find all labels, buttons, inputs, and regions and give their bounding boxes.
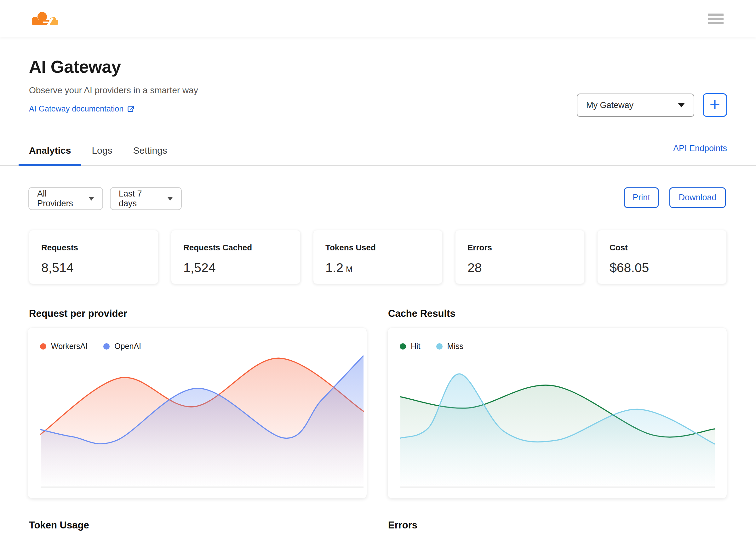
cloudflare-logo-icon[interactable] [30, 11, 59, 28]
stat-card-requests-cached: Requests Cached1,524 [171, 230, 300, 284]
provider-filter-dropdown[interactable]: All Providers [28, 187, 103, 210]
tab-settings[interactable]: Settings [122, 135, 177, 166]
cache-results-plot [388, 355, 727, 489]
logo-main-cloud [32, 12, 49, 25]
legend-item-hit[interactable]: Hit [400, 342, 421, 351]
stat-label: Cost [609, 243, 714, 252]
stat-card-errors: Errors28 [455, 230, 585, 284]
stat-card-tokens-used: Tokens Used1.2M [313, 230, 443, 284]
stat-card-cost: Cost$68.05 [597, 230, 727, 284]
page-title: AI Gateway [29, 57, 121, 77]
chevron-down-icon [678, 103, 685, 107]
date-range-dropdown[interactable]: Last 7 days [110, 187, 182, 210]
stat-label: Errors [467, 243, 572, 252]
chevron-down-icon [88, 197, 94, 201]
requests-chart-title: Request per provider [29, 308, 127, 319]
tab-bar: AnalyticsLogsSettings [18, 135, 178, 166]
legend-item-workersai[interactable]: WorkersAI [40, 342, 87, 351]
stat-label: Requests Cached [183, 243, 288, 252]
stat-card-requests: Requests8,514 [29, 230, 158, 284]
chart-legend: WorkersAIOpenAI [40, 342, 141, 351]
stat-label: Requests [41, 243, 146, 252]
legend-label: Miss [447, 342, 464, 351]
chevron-down-icon [167, 197, 173, 201]
cache-chart-title: Cache Results [388, 308, 456, 319]
documentation-link[interactable]: AI Gateway documentation [29, 104, 134, 114]
legend-item-miss[interactable]: Miss [436, 342, 464, 351]
tab-analytics[interactable]: Analytics [18, 135, 81, 166]
legend-dot-icon [400, 343, 406, 350]
requests-per-provider-chart-card: WorkersAIOpenAI [28, 327, 367, 498]
legend-label: OpenAI [114, 342, 141, 351]
cache-results-chart-card: HitMiss [388, 327, 727, 498]
gateway-select[interactable]: My Gateway [577, 93, 694, 117]
gateway-select-value: My Gateway [586, 100, 634, 110]
stat-label: Tokens Used [326, 243, 430, 252]
requests-per-provider-plot [28, 355, 367, 489]
chart-legend: HitMiss [400, 342, 464, 351]
stat-value: 1,524 [183, 260, 288, 275]
stat-value: 28 [467, 260, 572, 275]
external-link-icon [127, 105, 134, 113]
hamburger-menu-icon[interactable] [708, 14, 724, 26]
legend-dot-icon [40, 343, 46, 350]
stat-value: $68.05 [609, 260, 714, 275]
cloudflare-cloud-icon [30, 11, 59, 26]
documentation-link-label: AI Gateway documentation [29, 104, 123, 114]
tab-logs[interactable]: Logs [81, 135, 122, 166]
page-subtitle: Observe your AI providers in a smarter w… [29, 85, 198, 95]
legend-label: WorkersAI [51, 342, 87, 351]
stat-value: 1.2M [326, 260, 430, 275]
provider-filter-value: All Providers [37, 189, 83, 209]
top-bar [0, 0, 756, 37]
legend-dot-icon [103, 343, 110, 350]
legend-label: Hit [411, 342, 421, 351]
api-endpoints-link[interactable]: API Endpoints [673, 144, 727, 153]
plus-icon: + [710, 95, 720, 114]
legend-dot-icon [436, 343, 443, 350]
download-button[interactable]: Download [670, 187, 726, 208]
stat-value: 8,514 [41, 260, 146, 275]
token-usage-section-title: Token Usage [29, 519, 89, 531]
date-range-value: Last 7 days [119, 189, 161, 209]
add-gateway-button[interactable]: + [703, 93, 727, 117]
errors-section-title: Errors [388, 519, 417, 531]
legend-item-openai[interactable]: OpenAI [103, 342, 141, 351]
stat-unit: M [346, 265, 353, 274]
print-button[interactable]: Print [624, 187, 659, 208]
